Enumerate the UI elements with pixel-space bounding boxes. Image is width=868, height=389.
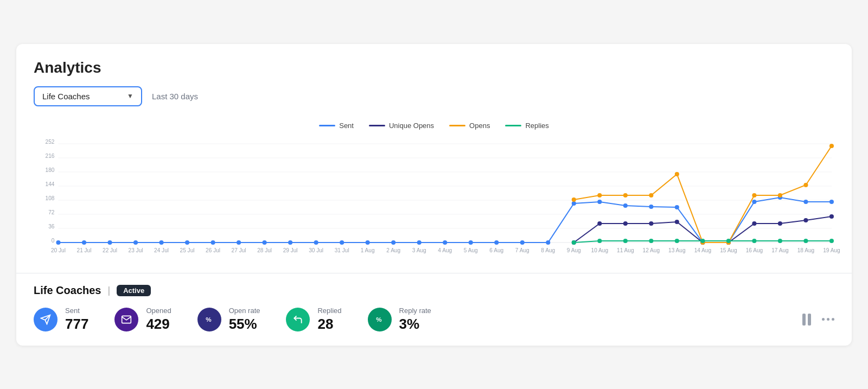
svg-text:%: % [206, 316, 212, 323]
svg-point-27 [340, 240, 344, 245]
svg-point-49 [623, 221, 628, 226]
more-dot-1 [822, 318, 825, 321]
unique-opens-line [574, 216, 832, 243]
svg-point-62 [675, 172, 679, 176]
pause-button[interactable] [802, 314, 811, 326]
svg-text:4 Aug: 4 Aug [438, 247, 452, 253]
legend-item-unique-opens: Unique Opens [369, 122, 434, 130]
campaign-header: Life Coaches | Active [34, 284, 834, 297]
stat-value-sent: 777 [65, 316, 88, 333]
svg-text:29 Jul: 29 Jul [283, 247, 298, 253]
svg-text:9 Aug: 9 Aug [567, 247, 581, 253]
legend-color-replies [505, 125, 521, 126]
svg-point-59 [597, 193, 602, 197]
svg-point-71 [623, 239, 628, 243]
legend-color-opens [449, 125, 465, 126]
svg-point-57 [829, 214, 834, 219]
stat-value-opened: 429 [146, 316, 171, 333]
legend-label-replies: Replies [525, 122, 548, 130]
svg-text:30 Jul: 30 Jul [309, 247, 323, 253]
svg-text:0: 0 [52, 238, 55, 244]
svg-point-54 [752, 221, 756, 226]
svg-text:7 Aug: 7 Aug [515, 247, 529, 253]
more-options-button[interactable] [822, 318, 834, 321]
svg-text:144: 144 [46, 181, 55, 187]
header-divider: | [107, 285, 110, 296]
chart-area: .axis-text { font-size: 10px; fill: #9ca… [34, 136, 834, 256]
svg-text:16 Aug: 16 Aug [746, 247, 763, 253]
svg-text:24 Jul: 24 Jul [154, 247, 169, 253]
svg-point-34 [520, 240, 525, 245]
stat-label-reply-rate: Reply rate [399, 307, 431, 315]
svg-point-48 [597, 221, 602, 226]
legend-label-sent: Sent [339, 122, 354, 130]
filter-row: Life Coaches ▼ Last 30 days [34, 86, 834, 106]
stat-text-open-rate: Open rate 55% [229, 307, 260, 333]
svg-text:2 Aug: 2 Aug [386, 247, 400, 253]
svg-text:1 Aug: 1 Aug [361, 247, 375, 253]
sent-line [58, 197, 831, 243]
stat-value-reply-rate: 3% [399, 316, 431, 333]
svg-point-77 [778, 239, 782, 243]
legend-item-replies: Replies [505, 122, 548, 130]
pause-bar-right [808, 314, 811, 326]
stat-text-opened: Opened 429 [146, 307, 171, 333]
campaign-dropdown[interactable]: Life Coaches ▼ [34, 86, 142, 106]
svg-text:3 Aug: 3 Aug [412, 247, 426, 253]
svg-point-36 [572, 201, 576, 206]
svg-point-25 [288, 240, 292, 245]
svg-point-31 [443, 240, 447, 245]
open-rate-icon: % [197, 308, 221, 331]
legend-item-opens: Opens [449, 122, 490, 130]
svg-point-66 [778, 193, 782, 197]
stat-text-reply-rate: Reply rate 3% [399, 307, 431, 333]
svg-point-17 [82, 240, 86, 245]
svg-point-69 [572, 240, 576, 245]
svg-point-33 [494, 240, 499, 245]
legend-item-sent: Sent [319, 122, 354, 130]
stat-value-replied: 28 [317, 316, 341, 333]
svg-point-70 [597, 239, 602, 243]
svg-point-55 [778, 221, 782, 226]
opens-line [574, 146, 832, 243]
campaign-name: Life Coaches [34, 284, 101, 297]
svg-point-23 [237, 240, 241, 245]
svg-point-43 [752, 200, 756, 204]
chart-container: Sent Unique Opens Opens Replies [34, 122, 834, 256]
svg-text:22 Jul: 22 Jul [103, 247, 117, 253]
sent-icon [34, 308, 58, 331]
svg-text:27 Jul: 27 Jul [232, 247, 246, 253]
svg-point-50 [649, 221, 653, 226]
svg-point-72 [649, 239, 653, 243]
svg-point-19 [133, 240, 138, 245]
svg-text:%: % [376, 316, 382, 323]
campaign-actions [802, 314, 834, 326]
stat-opened: Opened 429 [114, 307, 197, 333]
more-dot-3 [832, 318, 834, 321]
date-range-label: Last 30 days [152, 92, 198, 101]
svg-text:25 Jul: 25 Jul [180, 247, 195, 253]
dropdown-value: Life Coaches [42, 92, 90, 101]
page-title: Analytics [34, 59, 834, 76]
svg-point-39 [649, 205, 653, 209]
pause-bar-left [802, 314, 806, 326]
stat-open-rate: % Open rate 55% [197, 307, 286, 333]
svg-point-16 [56, 240, 60, 245]
svg-point-29 [391, 240, 395, 245]
svg-point-45 [803, 200, 808, 204]
stat-sent: Sent 777 [34, 307, 114, 333]
svg-point-38 [623, 203, 628, 208]
svg-text:14 Aug: 14 Aug [694, 247, 711, 253]
opened-icon [114, 308, 138, 331]
more-dot-2 [827, 318, 829, 321]
svg-point-22 [211, 240, 215, 245]
svg-text:108: 108 [46, 195, 55, 201]
legend-color-sent [319, 125, 335, 126]
svg-point-65 [752, 193, 756, 197]
svg-text:72: 72 [48, 209, 55, 215]
svg-point-79 [829, 239, 834, 243]
svg-text:6 Aug: 6 Aug [489, 247, 503, 253]
svg-point-26 [314, 240, 318, 245]
svg-text:12 Aug: 12 Aug [643, 247, 660, 253]
svg-text:28 Jul: 28 Jul [257, 247, 272, 253]
